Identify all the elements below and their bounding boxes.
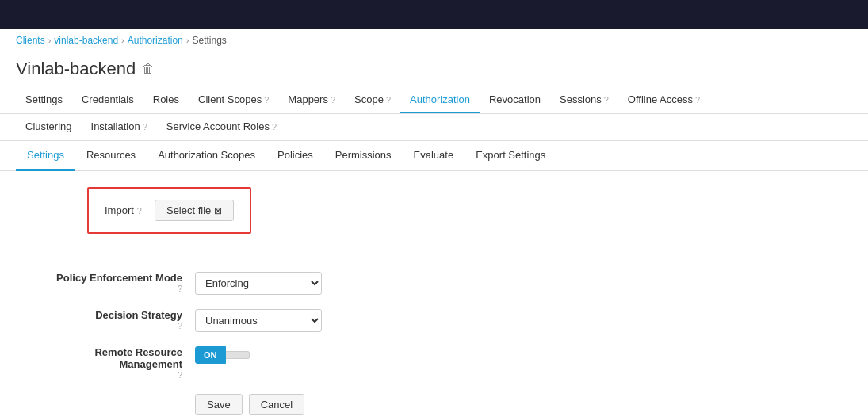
breadcrumb-authorization[interactable]: Authorization <box>128 35 183 46</box>
sub-tab-resources[interactable]: Resources <box>75 141 147 171</box>
import-section: Import ? Select file ⊠ <box>87 187 251 234</box>
sub-tab-evaluate[interactable]: Evaluate <box>403 141 465 171</box>
import-label: Import ? <box>105 204 142 216</box>
tab-service-account-roles[interactable]: Service Account Roles ? <box>157 114 286 140</box>
policy-enforcement-row: Policy Enforcement Mode ? Enforcing Perm… <box>24 272 844 295</box>
content-area: Import ? Select file ⊠ Policy Enforcemen… <box>0 171 868 420</box>
top-bar <box>0 0 868 29</box>
mappers-help-icon: ? <box>331 95 335 105</box>
sub-tab-policies[interactable]: Policies <box>266 141 324 171</box>
tab-installation[interactable]: Installation ? <box>82 114 157 140</box>
tab-settings[interactable]: Settings <box>16 87 72 113</box>
scope-help-icon: ? <box>386 95 391 105</box>
nav-tabs-row-2: Clustering Installation ? Service Accoun… <box>0 114 868 141</box>
tab-client-scopes[interactable]: Client Scopes ? <box>189 87 278 113</box>
policy-enforcement-label-area: Policy Enforcement Mode ? <box>24 272 182 293</box>
policy-enforcement-label: Policy Enforcement Mode <box>56 272 182 284</box>
delete-icon[interactable]: 🗑 <box>142 62 155 76</box>
action-buttons: Save Cancel <box>195 394 844 415</box>
tab-clustering[interactable]: Clustering <box>16 114 82 140</box>
remote-resource-control: ON <box>195 346 250 364</box>
remote-resource-toggle[interactable]: ON <box>195 346 250 364</box>
breadcrumb-sep-1: › <box>48 36 52 45</box>
decision-strategy-select[interactable]: Unanimous Affirmative Consensus <box>195 309 322 332</box>
remote-resource-label: Remote Resource Management <box>94 346 182 370</box>
save-button[interactable]: Save <box>195 394 243 415</box>
sub-tab-settings[interactable]: Settings <box>16 141 75 171</box>
client-scopes-help-icon: ? <box>264 95 269 105</box>
installation-help-icon: ? <box>143 122 147 132</box>
breadcrumb-clients[interactable]: Clients <box>16 35 45 46</box>
breadcrumb-sep-3: › <box>186 36 189 45</box>
policy-enforcement-control: Enforcing Permissive Disabled <box>195 272 322 295</box>
decision-strategy-label-area: Decision Strategy ? <box>24 309 182 330</box>
policy-enforcement-select[interactable]: Enforcing Permissive Disabled <box>195 272 322 295</box>
sub-tab-authorization-scopes[interactable]: Authorization Scopes <box>147 141 266 171</box>
breadcrumb-settings: Settings <box>192 35 226 46</box>
offline-access-help-icon: ? <box>695 95 700 105</box>
sub-tab-export-settings[interactable]: Export Settings <box>465 141 556 171</box>
service-account-help-icon: ? <box>272 122 277 132</box>
select-file-button[interactable]: Select file ⊠ <box>155 200 234 221</box>
nav-tabs-row-1: Settings Credentials Roles Client Scopes… <box>0 87 868 114</box>
import-help-icon: ? <box>137 206 142 216</box>
tab-revocation[interactable]: Revocation <box>480 87 550 113</box>
toggle-on-label: ON <box>195 346 226 364</box>
cancel-button[interactable]: Cancel <box>249 394 304 415</box>
tab-scope[interactable]: Scope ? <box>345 87 400 113</box>
toggle-off-part <box>226 351 250 359</box>
decision-strategy-row: Decision Strategy ? Unanimous Affirmativ… <box>24 309 844 332</box>
tab-offline-access[interactable]: Offline Access ? <box>618 87 709 113</box>
decision-strategy-control: Unanimous Affirmative Consensus <box>195 309 322 332</box>
tab-credentials[interactable]: Credentials <box>72 87 143 113</box>
page-title: Vinlab-backend <box>16 59 136 79</box>
form-section: Policy Enforcement Mode ? Enforcing Perm… <box>24 272 844 380</box>
sessions-help-icon: ? <box>604 95 609 105</box>
tab-authorization[interactable]: Authorization <box>400 87 480 113</box>
tab-mappers[interactable]: Mappers ? <box>278 87 345 113</box>
tab-sessions[interactable]: Sessions ? <box>550 87 618 113</box>
decision-strategy-label: Decision Strategy <box>95 309 182 321</box>
page-title-area: Vinlab-backend 🗑 <box>0 52 868 87</box>
breadcrumb-vinlab[interactable]: vinlab-backend <box>54 35 118 46</box>
policy-enforcement-help-icon: ? <box>178 284 182 293</box>
sub-tab-permissions[interactable]: Permissions <box>324 141 403 171</box>
remote-resource-label-area: Remote Resource Management ? <box>24 346 182 380</box>
tab-roles[interactable]: Roles <box>143 87 189 113</box>
sub-tabs: Settings Resources Authorization Scopes … <box>0 141 868 171</box>
remote-resource-help-icon: ? <box>178 370 182 380</box>
breadcrumb-sep-2: › <box>121 36 124 45</box>
breadcrumb: Clients › vinlab-backend › Authorization… <box>0 29 868 52</box>
decision-strategy-help-icon: ? <box>178 321 182 330</box>
file-upload-icon: ⊠ <box>214 205 222 216</box>
remote-resource-row: Remote Resource Management ? ON <box>24 346 844 380</box>
